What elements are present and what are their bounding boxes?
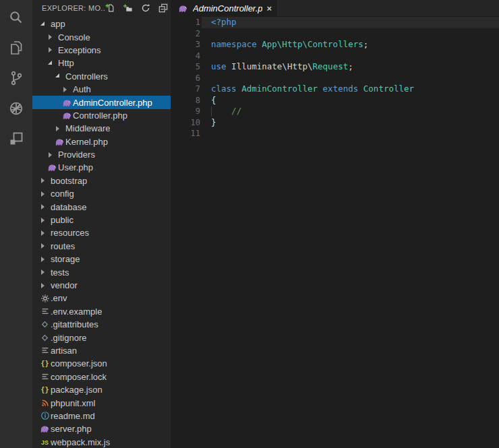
files-explorer-icon[interactable]: [0, 32, 32, 63]
line-number[interactable]: 2: [171, 28, 200, 40]
tree-item-controllers[interactable]: Controllers: [32, 70, 171, 83]
tree-item-app[interactable]: app: [32, 18, 171, 30]
code-line-3[interactable]: 3namespace App\Http\Controllers;: [171, 39, 499, 51]
chevron-expanded-icon[interactable]: [39, 23, 51, 26]
line-number[interactable]: 7: [171, 84, 200, 95]
tree-item-label: AdminController.php: [73, 98, 152, 108]
chevron-collapsed-icon[interactable]: [39, 178, 51, 183]
chevron-collapsed-icon[interactable]: [39, 283, 51, 288]
line-number[interactable]: 10: [171, 117, 200, 129]
chevron-collapsed-icon[interactable]: [39, 230, 51, 236]
tab-admincontroller[interactable]: AdminController.php ×: [171, 0, 277, 16]
line-number[interactable]: 1: [171, 17, 200, 28]
tree-item-label: package.json: [51, 385, 102, 395]
tab-bar: AdminController.php ×: [171, 0, 499, 16]
line-number[interactable]: 5: [171, 61, 200, 73]
tree-item-server-php[interactable]: server.php: [32, 422, 171, 435]
tree-item-label: .env: [51, 293, 67, 303]
code-editor[interactable]: 1<?php23namespace App\Http\Controllers;4…: [171, 16, 499, 448]
tree-item-resources[interactable]: resources: [32, 226, 171, 239]
tree-item-controller-php[interactable]: Controller.php: [32, 109, 171, 122]
tree-item-gitattributes[interactable]: .gitattributes: [32, 318, 171, 331]
tree-item-routes[interactable]: routes: [32, 240, 171, 253]
line-number[interactable]: 3: [171, 39, 200, 51]
tree-item-kernel-php[interactable]: Kernel.php: [32, 135, 171, 148]
code-line-text: [200, 51, 211, 62]
chevron-collapsed-icon[interactable]: [61, 87, 73, 92]
tree-item-providers[interactable]: Providers: [32, 148, 171, 161]
tree-item-artisan[interactable]: artisan: [32, 344, 171, 357]
tree-item-http[interactable]: Http: [32, 57, 171, 69]
code-line-11[interactable]: 11: [171, 128, 499, 139]
code-line-1[interactable]: 1<?php: [171, 17, 499, 28]
chevron-collapsed-icon[interactable]: [47, 152, 58, 158]
extensions-icon[interactable]: [0, 123, 32, 154]
chevron-collapsed-icon[interactable]: [47, 34, 58, 40]
source-control-icon[interactable]: [0, 63, 32, 93]
tree-item-exceptions[interactable]: Exceptions: [32, 44, 171, 57]
code-line-2[interactable]: 2: [171, 28, 499, 40]
tree-item-gitignore[interactable]: .gitignore: [32, 331, 171, 344]
chevron-collapsed-icon[interactable]: [39, 218, 51, 223]
tree-item-webpack-mix-js[interactable]: JSwebpack.mix.js: [32, 436, 171, 448]
code-line-6[interactable]: 6: [171, 73, 499, 84]
tree-item-console[interactable]: Console: [32, 30, 171, 43]
tree-item-database[interactable]: database: [32, 200, 171, 213]
tree-item-config[interactable]: config: [32, 187, 171, 200]
new-folder-icon[interactable]: [123, 3, 133, 13]
close-icon[interactable]: ×: [266, 4, 272, 13]
tree-item-public[interactable]: public: [32, 214, 171, 226]
collapse-all-icon[interactable]: [158, 3, 168, 13]
chevron-collapsed-icon[interactable]: [39, 204, 51, 210]
php-icon: [47, 162, 58, 172]
tree-item-admincontroller-php[interactable]: AdminController.php: [32, 96, 171, 108]
tree-item-env-example[interactable]: .env.example: [32, 305, 171, 318]
tree-item-vendor[interactable]: vendor: [32, 279, 171, 292]
code-token: extends: [323, 84, 359, 94]
line-number[interactable]: 9: [171, 106, 200, 117]
chevron-expanded-icon[interactable]: [54, 75, 65, 77]
code-line-8[interactable]: 8{: [171, 95, 499, 106]
tree-item-phpunit-xml[interactable]: phpunit.xml: [32, 396, 171, 409]
chevron-collapsed-icon[interactable]: [54, 126, 65, 131]
code-line-text: [200, 128, 211, 139]
tree-item-tests[interactable]: tests: [32, 265, 171, 278]
code-token: //: [211, 106, 241, 116]
chevron-expanded-icon[interactable]: [47, 62, 58, 65]
chevron-collapsed-icon[interactable]: [39, 243, 51, 249]
search-icon[interactable]: [0, 2, 32, 32]
code-line-4[interactable]: 4: [171, 51, 499, 62]
chevron-collapsed-icon[interactable]: [39, 257, 51, 262]
line-number[interactable]: 6: [171, 73, 200, 84]
tree-item-bootstrap[interactable]: bootstrap: [32, 174, 171, 187]
code-line-10[interactable]: 10}: [171, 117, 499, 129]
code-token: [227, 61, 232, 71]
line-number[interactable]: 8: [171, 95, 200, 106]
code-line-text: class AdminController extends Controller: [200, 84, 414, 95]
tree-item-composer-json[interactable]: {}composer.json: [32, 357, 171, 370]
line-number[interactable]: 11: [171, 128, 200, 139]
chevron-collapsed-icon[interactable]: [47, 47, 58, 53]
chevron-collapsed-icon[interactable]: [39, 269, 51, 275]
tree-item-user-php[interactable]: User.php: [32, 161, 171, 174]
tree-item-middleware[interactable]: Middleware: [32, 122, 171, 135]
tree-item-label: resources: [51, 228, 89, 238]
gear-icon: [39, 294, 51, 303]
code-line-9[interactable]: 9 //: [171, 106, 499, 117]
code-line-7[interactable]: 7class AdminController extends Controlle…: [171, 84, 499, 95]
tree-item-package-json[interactable]: {}package.json: [32, 383, 171, 396]
tree-item-env[interactable]: .env: [32, 292, 171, 305]
tree-item-composer-lock[interactable]: composer.lock: [32, 371, 171, 383]
code-line-5[interactable]: 5use Illuminate\Http\Request;: [171, 61, 499, 73]
explorer-sidebar: EXPLORER: MO.. appConsoleExceptionsHttpC…: [32, 0, 171, 448]
tree-item-auth[interactable]: Auth: [32, 83, 171, 96]
tree-item-readme-md[interactable]: readme.md: [32, 410, 171, 422]
chevron-collapsed-icon[interactable]: [39, 191, 51, 197]
line-number[interactable]: 4: [171, 51, 200, 62]
debug-icon[interactable]: [0, 93, 32, 123]
new-file-icon[interactable]: [105, 3, 115, 13]
tree-item-label: vendor: [51, 280, 78, 290]
tree-item-storage[interactable]: storage: [32, 253, 171, 265]
diamond-icon: [39, 333, 51, 342]
refresh-icon[interactable]: [141, 3, 150, 13]
